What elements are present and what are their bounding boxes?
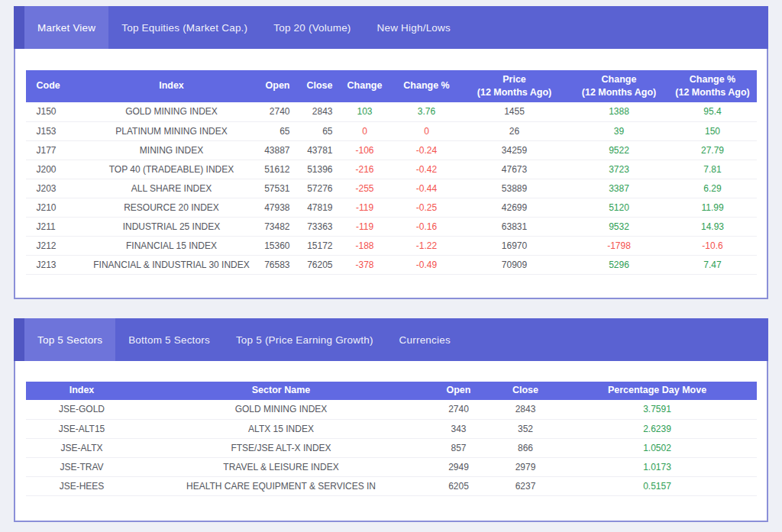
cell: 7.81 xyxy=(669,160,757,179)
cell: J150 xyxy=(26,102,89,121)
column-header-change: Change xyxy=(336,70,394,102)
cell: JSE-ALT15 xyxy=(26,419,138,438)
cell: 2.6239 xyxy=(558,419,757,438)
cell: J210 xyxy=(26,198,89,217)
sectors-panel-body: IndexSector NameOpenClosePercentage Day … xyxy=(14,361,768,522)
tab-new-high-lows[interactable]: New High/Lows xyxy=(364,6,464,49)
cell: 34259 xyxy=(460,140,570,160)
cell: JSE-ALTX xyxy=(26,438,138,457)
cell: 76205 xyxy=(293,255,336,274)
cell: 63831 xyxy=(460,217,570,236)
cell: J203 xyxy=(26,179,89,198)
cell: 103 xyxy=(336,102,394,121)
cell: 65 xyxy=(293,121,336,140)
cell: 3387 xyxy=(570,179,669,198)
cell: 16970 xyxy=(460,236,570,255)
tab-top-equities-market-cap[interactable]: Top Equities (Market Cap.) xyxy=(108,6,260,49)
cell: ALTX 15 INDEX xyxy=(138,419,425,438)
indices-table: CodeIndexOpenCloseChangeChange %Price (1… xyxy=(26,70,757,275)
cell: -0.24 xyxy=(394,140,460,160)
cell: 0.5157 xyxy=(558,476,757,495)
tab-market-view[interactable]: Market View xyxy=(24,6,108,49)
table-row: J153PLATINUM MINING INDEX6565002639150 xyxy=(26,121,757,140)
table-row: J150GOLD MINING INDEX274028431033.761455… xyxy=(26,102,757,121)
cell: -10.6 xyxy=(669,236,757,255)
cell: 43781 xyxy=(293,140,336,160)
market-view-panel-body: CodeIndexOpenCloseChangeChange %Price (1… xyxy=(14,49,768,299)
table-row: JSE-ALTXFTSE/JSE ALT-X INDEX8578661.0502 xyxy=(26,438,757,457)
cell: 2843 xyxy=(293,102,336,121)
cell: J211 xyxy=(26,217,89,236)
cell: -0.42 xyxy=(394,160,460,179)
market-view-panel: Market ViewTop Equities (Market Cap.)Top… xyxy=(14,6,768,299)
cell: -1798 xyxy=(570,236,669,255)
table-row: J212FINANCIAL 15 INDEX1536015172-188-1.2… xyxy=(26,236,757,255)
column-header-change: Change % (12 Months Ago) xyxy=(669,70,757,102)
cell: FTSE/JSE ALT-X INDEX xyxy=(138,438,425,457)
column-header-price: Price (12 Months Ago) xyxy=(460,70,570,102)
cell: -119 xyxy=(336,198,394,217)
sectors-panel: Top 5 SectorsBottom 5 SectorsTop 5 (Pric… xyxy=(14,318,768,522)
tab-top-20-volume[interactable]: Top 20 (Volume) xyxy=(260,6,364,49)
cell: 51396 xyxy=(293,160,336,179)
tab-top-5-price-earning-growth[interactable]: Top 5 (Price Earning Growth) xyxy=(223,318,386,361)
cell: -0.25 xyxy=(394,198,460,217)
cell: -216 xyxy=(336,160,394,179)
cell: 47673 xyxy=(460,160,570,179)
cell: 6.29 xyxy=(669,179,757,198)
tab-bottom-5-sectors[interactable]: Bottom 5 Sectors xyxy=(115,318,223,361)
tabbar-lead-strip xyxy=(14,6,24,49)
table-row: J211INDUSTRIAL 25 INDEX7348273363-119-0.… xyxy=(26,217,757,236)
cell: 9522 xyxy=(570,140,669,160)
tabbar-lead-strip xyxy=(14,318,24,361)
cell: RESOURCE 20 INDEX xyxy=(89,198,255,217)
table-row: JSE-HEESHEALTH CARE EQUIPMENT & SERVICES… xyxy=(26,476,757,495)
cell: 1388 xyxy=(570,102,669,121)
cell: JSE-HEES xyxy=(26,476,138,495)
table-row: J213FINANCIAL & INDUSTRIAL 30 INDEX76583… xyxy=(26,255,757,274)
table-row: J210RESOURCE 20 INDEX4793847819-119-0.25… xyxy=(26,198,757,217)
cell: -378 xyxy=(336,255,394,274)
cell: 3723 xyxy=(570,160,669,179)
cell: PLATINUM MINING INDEX xyxy=(89,121,255,140)
cell: -119 xyxy=(336,217,394,236)
cell: 2949 xyxy=(425,457,493,476)
cell: 26 xyxy=(460,121,570,140)
column-header-close: Close xyxy=(293,70,336,102)
cell: 2740 xyxy=(255,102,293,121)
cell: JSE-TRAV xyxy=(26,457,138,476)
cell: -188 xyxy=(336,236,394,255)
header-row: IndexSector NameOpenClosePercentage Day … xyxy=(26,382,757,400)
cell: 866 xyxy=(493,438,558,457)
cell: 57276 xyxy=(293,179,336,198)
tab-top-5-sectors[interactable]: Top 5 Sectors xyxy=(24,318,115,361)
cell: 1.0173 xyxy=(558,457,757,476)
cell: 65 xyxy=(255,121,293,140)
cell: 76583 xyxy=(255,255,293,274)
cell: 6205 xyxy=(425,476,493,495)
cell: 9532 xyxy=(570,217,669,236)
cell: 42699 xyxy=(460,198,570,217)
cell: 1.0502 xyxy=(558,438,757,457)
tab-currencies[interactable]: Currencies xyxy=(386,318,464,361)
cell: 352 xyxy=(493,419,558,438)
cell: 70909 xyxy=(460,255,570,274)
cell: 343 xyxy=(425,419,493,438)
market-dashboard: Market ViewTop Equities (Market Cap.)Top… xyxy=(0,0,782,532)
cell: 857 xyxy=(425,438,493,457)
cell: 15360 xyxy=(255,236,293,255)
cell: 150 xyxy=(669,121,757,140)
cell: 5120 xyxy=(570,198,669,217)
table-row: JSE-GOLDGOLD MINING INDEX274028433.7591 xyxy=(26,400,757,419)
cell: 2979 xyxy=(493,457,558,476)
cell: GOLD MINING INDEX xyxy=(89,102,255,121)
cell: 14.93 xyxy=(669,217,757,236)
cell: J177 xyxy=(26,140,89,160)
cell: 39 xyxy=(570,121,669,140)
table-row: J200TOP 40 (TRADEABLE) INDEX5161251396-2… xyxy=(26,160,757,179)
cell: -0.16 xyxy=(394,217,460,236)
column-header-close: Close xyxy=(493,382,558,400)
cell: 27.79 xyxy=(669,140,757,160)
cell: ALL SHARE INDEX xyxy=(89,179,255,198)
cell: -0.44 xyxy=(394,179,460,198)
